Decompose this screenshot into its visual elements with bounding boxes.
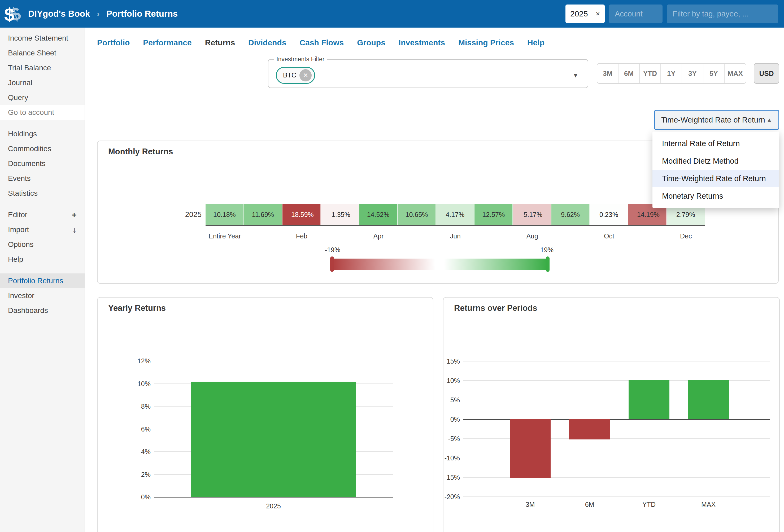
sidebar-item-holdings[interactable]: Holdings: [0, 127, 85, 141]
sidebar-item-label: Commodities: [8, 144, 51, 153]
heatmap-x-tick-entire-year: Entire Year: [208, 232, 241, 240]
heatmap-cell-apr: 14.52%: [359, 204, 398, 225]
remove-chip-icon[interactable]: ✕: [300, 69, 312, 81]
color-scale-max-label: 19%: [540, 246, 554, 254]
period-button-6m[interactable]: 6M: [618, 64, 640, 83]
y-tick-label: -20%: [425, 493, 460, 501]
sidebar-item-label: Dashboards: [8, 306, 48, 315]
gridline: [463, 458, 770, 458]
breadcrumb-page-title: Portfolio Returns: [106, 9, 178, 19]
tab-returns[interactable]: Returns: [205, 38, 235, 47]
sidebar-item-label: Income Statement: [8, 34, 68, 43]
color-scale-min-cap: [330, 256, 334, 272]
gridline: [463, 361, 770, 362]
investments-filter[interactable]: Investments Filter BTC ✕ ▼: [268, 56, 588, 88]
sidebar-item-portfolio-returns[interactable]: Portfolio Returns: [0, 274, 85, 288]
sidebar-section: Income StatementBalance SheetTrial Balan…: [0, 28, 85, 123]
menu-item-monetary-returns[interactable]: Monetary Returns: [652, 187, 779, 205]
x-tick-label-3m: 3M: [526, 501, 535, 508]
clear-time-filter-icon[interactable]: ×: [596, 10, 600, 18]
sidebar: Income StatementBalance SheetTrial Balan…: [0, 28, 85, 532]
investment-chip-label: BTC: [283, 71, 296, 79]
tab-help[interactable]: Help: [527, 38, 544, 47]
period-button-ytd[interactable]: YTD: [640, 64, 661, 83]
menu-item-modified-dietz-method[interactable]: Modified Dietz Method: [652, 152, 779, 170]
heatmap-cell-jun: 4.17%: [436, 204, 475, 225]
sidebar-nav: Income StatementBalance SheetTrial Balan…: [0, 28, 85, 321]
sidebar-section: HoldingsCommoditiesDocumentsEventsStatis…: [0, 123, 85, 204]
method-select[interactable]: Time-Weighted Rate of Return ▲: [654, 110, 779, 130]
returns-over-periods-chart: 15%10%5%0%-5%-10%-15%-20%3M6MYTDMAX: [444, 298, 779, 532]
chevron-down-icon: ▼: [572, 72, 579, 79]
heatmap-cell-aug: -5.17%: [513, 204, 552, 225]
gridline: [463, 477, 770, 478]
sidebar-item-statistics[interactable]: Statistics: [0, 186, 85, 201]
sidebar-item-label: Go to account: [8, 108, 54, 117]
sidebar-item-label: Events: [8, 174, 31, 183]
breadcrumb-separator: ›: [97, 9, 100, 19]
sidebar-item-dashboards[interactable]: Dashboards: [0, 303, 85, 318]
sidebar-item-documents[interactable]: Documents: [0, 156, 85, 171]
tag-payee-filter-input[interactable]: [667, 4, 778, 23]
sidebar-item-label: Options: [8, 240, 34, 249]
period-button-max[interactable]: MAX: [725, 64, 746, 83]
tab-investments[interactable]: Investments: [399, 38, 445, 47]
bar-max: [688, 380, 729, 419]
tab-portfolio[interactable]: Portfolio: [97, 38, 130, 47]
tab-cash-flows[interactable]: Cash Flows: [300, 38, 344, 47]
sidebar-item-help[interactable]: Help: [0, 252, 85, 267]
breadcrumb-book-title[interactable]: DIYgod's Book: [28, 9, 90, 19]
x-tick-label-6m: 6M: [585, 501, 594, 508]
sidebar-item-commodities[interactable]: Commodities: [0, 141, 85, 156]
method-dropdown-menu: Internal Rate of ReturnModified Dietz Me…: [652, 132, 779, 208]
heatmap-cell-jan: 11.69%: [244, 204, 282, 225]
tab-missing-prices[interactable]: Missing Prices: [458, 38, 514, 47]
sidebar-item-options[interactable]: Options: [0, 237, 85, 252]
sidebar-section: Editor+Import↓OptionsHelp: [0, 204, 85, 270]
y-tick-label: -10%: [425, 454, 460, 462]
yearly-returns-chart: 12%10%8%6%4%2%0%2025: [97, 298, 433, 532]
yearly-returns-card: Yearly Returns 12%10%8%6%4%2%0%2025: [97, 297, 433, 532]
currency-button[interactable]: USD: [754, 63, 779, 84]
time-filter[interactable]: 2025 ×: [565, 4, 605, 23]
sidebar-item-editor[interactable]: Editor+: [0, 207, 85, 222]
tab-performance[interactable]: Performance: [143, 38, 192, 47]
heatmap-x-tick-dec: Dec: [680, 232, 692, 240]
period-button-3m[interactable]: 3M: [597, 64, 618, 83]
menu-item-internal-rate-of-return[interactable]: Internal Rate of Return: [652, 135, 779, 152]
sidebar-item-journal[interactable]: Journal: [0, 75, 85, 90]
period-button-3y[interactable]: 3Y: [682, 64, 703, 83]
color-scale-gradient: [332, 258, 547, 270]
menu-item-time-weighted-rate-of-return[interactable]: Time-Weighted Rate of Return: [652, 170, 779, 187]
sidebar-item-label: Documents: [8, 159, 46, 168]
heatmap-x-tick-aug: Aug: [526, 232, 538, 240]
sidebar-item-income-statement[interactable]: Income Statement: [0, 31, 85, 46]
sidebar-item-label: Query: [8, 93, 28, 102]
sidebar-item-go-to-account[interactable]: Go to account: [0, 105, 85, 120]
fava-logo[interactable]: $ $: [4, 2, 23, 26]
y-tick-label: -5%: [425, 435, 460, 443]
y-tick-label: 10%: [425, 377, 460, 385]
color-scale-min-label: -19%: [325, 246, 340, 254]
gridline: [463, 438, 770, 439]
sidebar-item-investor[interactable]: Investor: [0, 288, 85, 303]
sidebar-item-import[interactable]: Import↓: [0, 222, 85, 237]
sidebar-item-query[interactable]: Query: [0, 90, 85, 105]
account-filter-input[interactable]: [609, 4, 663, 23]
sidebar-item-label: Balance Sheet: [8, 49, 56, 57]
period-button-5y[interactable]: 5Y: [703, 64, 725, 83]
sidebar-item-balance-sheet[interactable]: Balance Sheet: [0, 46, 85, 60]
bar-3m: [510, 419, 551, 478]
sidebar-item-label: Investor: [8, 291, 34, 300]
x-tick-label-2025: 2025: [266, 502, 281, 510]
sidebar-item-events[interactable]: Events: [0, 171, 85, 186]
heatmap-x-tick-oct: Oct: [604, 232, 614, 240]
sidebar-item-trial-balance[interactable]: Trial Balance: [0, 60, 85, 75]
y-tick-label: 2%: [116, 471, 151, 478]
heatmap-cell-mar: -1.35%: [321, 204, 359, 225]
tab-groups[interactable]: Groups: [357, 38, 385, 47]
tab-dividends[interactable]: Dividends: [248, 38, 286, 47]
sidebar-item-label: Journal: [8, 79, 32, 87]
period-button-1y[interactable]: 1Y: [661, 64, 682, 83]
investments-filter-label: Investments Filter: [274, 56, 327, 63]
